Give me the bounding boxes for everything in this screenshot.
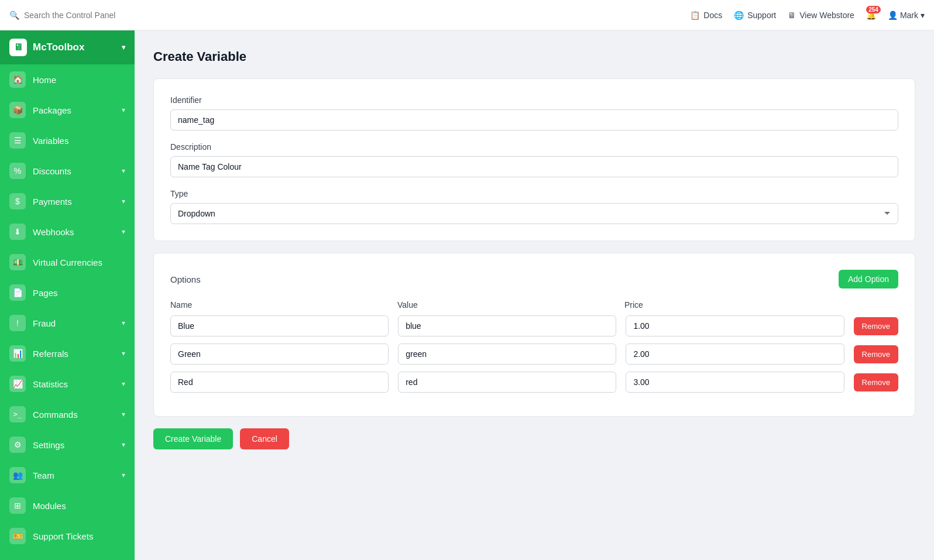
sidebar-item-referrals[interactable]: 📊 Referrals ▾ [0,338,135,369]
commands-chevron-icon: ▾ [122,410,125,418]
main-content: Create Variable Identifier Description T… [135,30,934,560]
brand-icon: 🖥 [9,39,27,56]
discounts-icon: % [9,163,26,179]
options-card: Options Add Option Name Value Price Remo… [153,253,915,417]
support-link[interactable]: 🌐 Support [734,11,776,20]
option-name-blue[interactable] [170,315,389,336]
fraud-chevron-icon: ▾ [122,319,125,327]
option-value-red[interactable] [398,372,616,393]
option-value-green[interactable] [398,343,616,365]
sidebar-item-modules[interactable]: ⊞ Modules [0,490,135,521]
sidebar-item-label: Discounts [33,166,71,176]
description-label: Description [170,142,898,152]
create-variable-button[interactable]: Create Variable [153,428,233,449]
search-input[interactable] [24,11,243,20]
support-tickets-icon: 🎫 [9,528,26,544]
fraud-icon: ! [9,315,26,331]
sidebar-item-variables[interactable]: ☰ Variables [0,125,135,156]
view-webstore-link[interactable]: 🖥 View Webstore [788,11,854,20]
sidebar-item-fraud[interactable]: ! Fraud ▾ [0,308,135,338]
payments-chevron-icon: ▾ [122,197,125,205]
sidebar-item-label: Virtual Currencies [33,257,102,267]
sidebar-item-label: Webhooks [33,227,74,237]
view-webstore-label: View Webstore [799,11,854,20]
home-icon: 🏠 [9,71,26,88]
col-header-value: Value [397,300,615,310]
webhooks-icon: ⬇ [9,224,26,240]
sidebar-item-settings[interactable]: ⚙ Settings ▾ [0,430,135,460]
sidebar-item-label: Referrals [33,349,68,359]
notifications-bell[interactable]: 🔔 254 [866,11,876,20]
option-value-blue[interactable] [398,315,616,336]
col-header-price: Price [624,300,842,310]
remove-button-green[interactable]: Remove [854,345,898,363]
top-nav: 🔍 📋 Docs 🌐 Support 🖥 View Webstore 🔔 254… [0,0,934,30]
col-header-name: Name [170,300,388,310]
identifier-input[interactable] [170,109,898,130]
sidebar-item-payments[interactable]: $ Payments ▾ [0,186,135,217]
identifier-label: Identifier [170,95,898,105]
sidebar-item-commands[interactable]: >_ Commands ▾ [0,399,135,430]
sidebar-item-label: Settings [33,440,64,450]
user-menu[interactable]: 👤 Mark ▾ [888,11,925,20]
sidebar-item-support-tickets[interactable]: 🎫 Support Tickets [0,521,135,551]
sidebar-item-label: Support Tickets [33,531,93,541]
sidebar-item-label: Commands [33,410,78,420]
brand-chevron-icon: ▾ [122,43,125,51]
option-name-green[interactable] [170,343,389,365]
option-price-green[interactable] [626,343,844,365]
sidebar-item-label: Team [33,470,54,480]
page-title: Create Variable [153,49,915,64]
options-col-headers: Name Value Price [170,300,898,310]
option-price-blue[interactable] [626,315,844,336]
notification-count: 254 [866,6,881,13]
top-nav-right: 📋 Docs 🌐 Support 🖥 View Webstore 🔔 254 👤… [690,11,925,20]
variables-icon: ☰ [9,132,26,149]
remove-button-blue[interactable]: Remove [854,317,898,335]
sidebar-item-home[interactable]: 🏠 Home [0,64,135,95]
search-icon: 🔍 [9,11,19,20]
option-price-red[interactable] [626,372,844,393]
main-layout: 🖥 McToolbox ▾ 🏠 Home 📦 Packages ▾ ☰ Vari… [0,30,934,560]
sidebar-item-team[interactable]: 👥 Team ▾ [0,460,135,490]
referrals-icon: 📊 [9,345,26,362]
identifier-group: Identifier [170,95,898,130]
sidebar-brand[interactable]: 🖥 McToolbox ▾ [0,30,135,64]
commands-icon: >_ [9,406,26,422]
options-header: Options Add Option [170,270,898,288]
description-group: Description [170,142,898,177]
search-box[interactable]: 🔍 [9,11,243,20]
description-input[interactable] [170,156,898,177]
sidebar-item-pages[interactable]: 📄 Pages [0,277,135,308]
referrals-chevron-icon: ▾ [122,349,125,358]
docs-link[interactable]: 📋 Docs [690,11,722,20]
add-option-button[interactable]: Add Option [839,270,898,288]
type-select[interactable]: Dropdown Text Checkbox Textarea [170,203,898,224]
cancel-button[interactable]: Cancel [240,428,289,449]
user-chevron-icon: ▾ [921,11,925,20]
sidebar-item-webhooks[interactable]: ⬇ Webhooks ▾ [0,217,135,247]
options-title: Options [170,274,201,284]
sidebar-item-discounts[interactable]: % Discounts ▾ [0,156,135,186]
webhooks-chevron-icon: ▾ [122,228,125,236]
statistics-icon: 📈 [9,376,26,392]
sidebar-item-packages[interactable]: 📦 Packages ▾ [0,95,135,125]
option-row-blue: Remove [170,315,898,336]
sidebar-item-statistics[interactable]: 📈 Statistics ▾ [0,369,135,399]
settings-chevron-icon: ▾ [122,441,125,449]
brand-name: McToolbox [33,42,84,53]
sidebar-item-label: Variables [33,136,68,146]
pages-icon: 📄 [9,284,26,301]
option-name-red[interactable] [170,372,389,393]
remove-button-red[interactable]: Remove [854,373,898,391]
packages-chevron-icon: ▾ [122,106,125,114]
sidebar-item-label: Home [33,75,56,85]
sidebar-item-label: Pages [33,288,58,298]
sidebar-item-label: Fraud [33,318,56,328]
settings-icon: ⚙ [9,437,26,453]
sidebar: 🖥 McToolbox ▾ 🏠 Home 📦 Packages ▾ ☰ Vari… [0,30,135,560]
sidebar-item-virtual-currencies[interactable]: 💵 Virtual Currencies [0,247,135,277]
action-buttons: Create Variable Cancel [153,428,915,449]
variable-form-card: Identifier Description Type Dropdown Tex… [153,78,915,241]
docs-icon: 📋 [690,11,700,20]
